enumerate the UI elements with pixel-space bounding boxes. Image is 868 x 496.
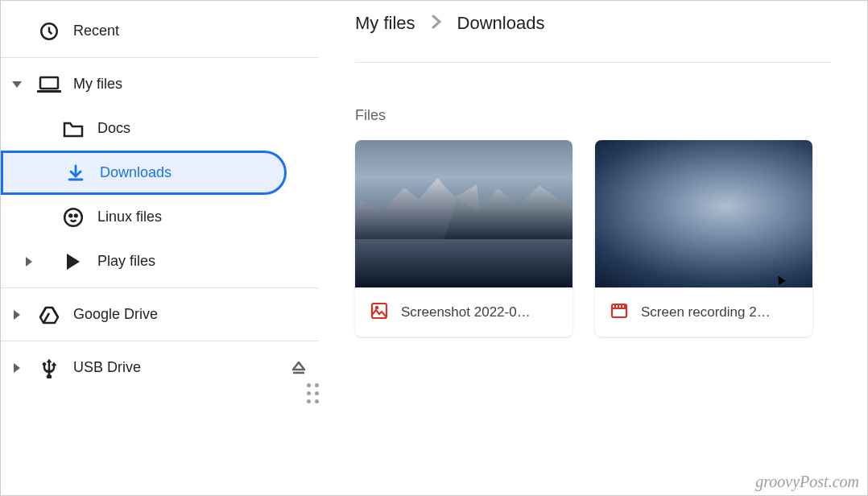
main-pane: My files Downloads Files Screenshot 2022…	[319, 1, 867, 495]
breadcrumb-current: Downloads	[457, 13, 545, 34]
chevron-right-icon	[432, 13, 441, 34]
sidebar-item-label: Linux files	[89, 209, 319, 225]
divider	[1, 341, 319, 341]
svg-rect-2	[37, 90, 61, 93]
sidebar-item-usb-drive[interactable]: USB Drive	[1, 345, 319, 390]
file-card[interactable]: Screen recording 2…	[595, 140, 812, 337]
folder-icon	[57, 120, 89, 138]
sidebar-item-google-drive[interactable]: Google Drive	[1, 292, 319, 337]
breadcrumb-root[interactable]: My files	[355, 13, 415, 34]
sidebar-item-label: Play files	[89, 253, 319, 270]
video-icon	[610, 301, 629, 324]
sidebar-item-my-files[interactable]: My files	[1, 62, 319, 106]
sidebar-item-label: Google Drive	[65, 306, 319, 323]
file-card-footer: Screenshot 2022-0…	[355, 287, 572, 337]
file-card-footer: Screen recording 2…	[595, 287, 812, 337]
chevron-down-icon[interactable]	[1, 81, 33, 88]
divider	[1, 287, 319, 288]
sidebar-item-label: My files	[65, 76, 319, 93]
sidebar-item-label: Recent	[65, 23, 319, 39]
play-store-icon	[57, 252, 89, 271]
image-icon	[370, 301, 389, 324]
sidebar: Recent My files Docs Downloads	[1, 1, 319, 495]
svg-point-5	[75, 214, 77, 217]
file-card[interactable]: Screenshot 2022-0…	[355, 140, 572, 337]
google-drive-icon	[33, 305, 65, 324]
sidebar-item-linux-files[interactable]: Linux files	[1, 195, 319, 239]
clock-icon	[33, 21, 65, 42]
svg-point-4	[69, 214, 72, 217]
chevron-right-icon[interactable]	[1, 363, 33, 373]
sidebar-item-recent[interactable]: Recent	[1, 9, 319, 53]
breadcrumb: My files Downloads	[355, 13, 831, 63]
sidebar-item-docs[interactable]: Docs	[1, 106, 319, 151]
section-title: Files	[355, 107, 831, 124]
eject-icon[interactable]	[279, 360, 319, 376]
file-name: Screenshot 2022-0…	[401, 304, 531, 320]
chevron-right-icon[interactable]	[1, 310, 33, 320]
svg-point-7	[376, 307, 378, 308]
svg-point-3	[64, 209, 82, 226]
penguin-icon	[57, 207, 89, 228]
file-thumbnail	[355, 140, 572, 287]
sidebar-item-label: Downloads	[92, 164, 284, 181]
sidebar-item-label: Docs	[89, 120, 319, 137]
files-grid: Screenshot 2022-0… Screen recording 2…	[355, 140, 831, 337]
divider	[1, 57, 319, 58]
watermark: groovyPost.com	[755, 473, 859, 491]
sidebar-item-downloads[interactable]: Downloads	[1, 151, 287, 195]
laptop-icon	[33, 76, 65, 93]
chevron-right-icon[interactable]	[1, 257, 57, 267]
download-icon	[60, 163, 92, 183]
usb-icon	[33, 358, 65, 378]
svg-rect-1	[40, 77, 58, 89]
file-name: Screen recording 2…	[641, 304, 771, 320]
file-thumbnail	[595, 140, 812, 287]
sidebar-item-label: USB Drive	[65, 359, 279, 376]
sidebar-item-play-files[interactable]: Play files	[1, 239, 319, 283]
